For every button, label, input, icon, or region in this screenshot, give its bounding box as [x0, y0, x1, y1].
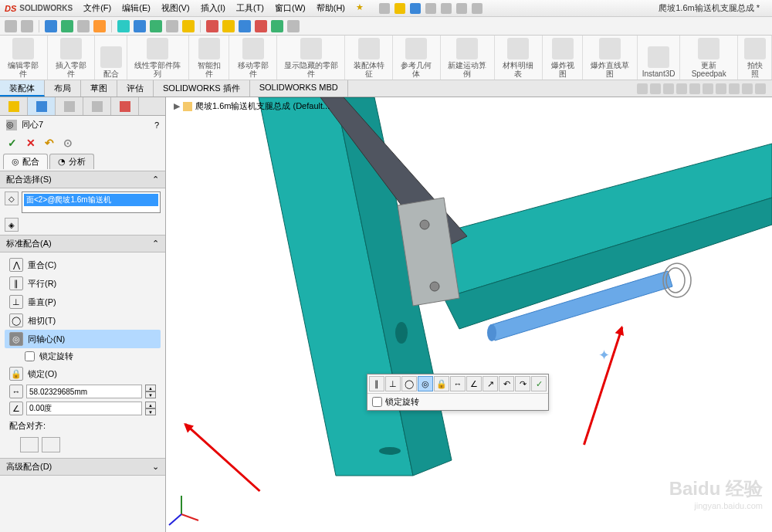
breadcrumb[interactable]: ▶ 爬坡1.6m输送机支腿总成 (Default...: [174, 100, 330, 112]
qat-icon-4[interactable]: [61, 20, 73, 32]
qat-icon-15[interactable]: [255, 20, 267, 32]
ctx-tangent[interactable]: ◯: [401, 376, 417, 391]
angle-spinner[interactable]: ▲▼: [145, 402, 156, 415]
print-icon[interactable]: [425, 3, 436, 14]
ribbon-insert-component[interactable]: 插入零部件: [48, 36, 96, 80]
view-icon[interactable]: [689, 83, 700, 94]
rebuild-icon[interactable]: [456, 3, 467, 14]
pm-tab-config[interactable]: [56, 97, 83, 115]
undo-button[interactable]: ↶: [43, 137, 56, 149]
pm-tab-property[interactable]: [28, 97, 56, 115]
selected-face[interactable]: 面<2>@爬坡1.6m输送机: [24, 194, 158, 206]
qat-icon-16[interactable]: [271, 20, 283, 32]
cancel-button[interactable]: ✕: [25, 137, 37, 149]
ribbon-exploded-view[interactable]: 爆炸视图: [543, 36, 584, 80]
ctx-lock[interactable]: 🔒: [434, 376, 449, 391]
ribbon-exploded-line[interactable]: 爆炸直线草图: [583, 36, 638, 80]
ctx-perpendicular[interactable]: ⊥: [385, 376, 401, 391]
selection-filter-icon[interactable]: ◇: [5, 191, 19, 205]
qat-icon-7[interactable]: [117, 20, 130, 32]
view-icon[interactable]: [716, 83, 726, 94]
ctx-lock-rotation-input[interactable]: [372, 397, 382, 407]
mate-perpendicular[interactable]: ⊥垂直(P): [5, 293, 161, 311]
distance-input[interactable]: [26, 385, 142, 398]
tab-sw-addins[interactable]: SOLIDWORKS 插件: [154, 80, 250, 97]
new-icon[interactable]: [379, 3, 390, 14]
menu-view[interactable]: 视图(V): [161, 2, 190, 14]
view-icon[interactable]: [663, 83, 674, 94]
pm-tab-tree[interactable]: [0, 97, 28, 115]
align-anti-button[interactable]: [42, 437, 60, 452]
menu-tools[interactable]: 工具(T): [236, 2, 264, 14]
lock-rotation-input[interactable]: [25, 351, 35, 361]
ctx-lock-rotation[interactable]: 锁定旋转: [367, 393, 548, 410]
view-icon[interactable]: [650, 83, 661, 94]
mate-concentric[interactable]: ◎同轴心(N): [5, 330, 161, 348]
qat-icon-17[interactable]: [287, 20, 300, 32]
pushpin-icon[interactable]: ⊙: [62, 137, 74, 149]
distance-spinner[interactable]: ▲▼: [145, 385, 156, 398]
pm-tab-appearance[interactable]: [111, 97, 139, 115]
qat-icon-1[interactable]: [5, 20, 17, 32]
view-icon[interactable]: [729, 83, 740, 94]
ribbon-motion-study[interactable]: 新建运动算例: [441, 36, 496, 80]
mate-coincident[interactable]: ⋀重合(C): [5, 256, 161, 274]
pm-tab-dim[interactable]: [83, 97, 111, 115]
ctx-concentric[interactable]: ◎: [418, 376, 433, 391]
section-mate-selection[interactable]: 配合选择(S)⌃: [0, 171, 165, 188]
ribbon-reference-geometry[interactable]: 参考几何体: [393, 36, 441, 80]
section-advanced-mates[interactable]: 高级配合(D)⌄: [0, 458, 165, 476]
qat-icon-13[interactable]: [222, 20, 235, 32]
ctx-undo[interactable]: ↶: [499, 376, 514, 391]
ribbon-smart-fastener[interactable]: 智能扣件: [189, 36, 230, 80]
angle-input[interactable]: [26, 402, 142, 415]
qat-icon-10[interactable]: [166, 20, 178, 32]
align-same-button[interactable]: [20, 437, 39, 452]
menu-edit[interactable]: 编辑(E): [122, 2, 151, 14]
tab-sw-mbd[interactable]: SOLIDWORKS MBD: [250, 80, 348, 97]
ribbon-move-component[interactable]: 移动零部件: [229, 36, 277, 80]
menu-window[interactable]: 窗口(W): [275, 2, 306, 14]
ok-button[interactable]: ✓: [6, 137, 19, 149]
ctx-flip[interactable]: ↗: [482, 376, 498, 391]
menu-help[interactable]: 帮助(H): [317, 2, 345, 14]
graphics-viewport[interactable]: ▶ 爬坡1.6m输送机支腿总成 (Default...: [166, 97, 772, 532]
view-icon[interactable]: [742, 83, 753, 94]
qat-icon-14[interactable]: [239, 20, 251, 32]
help-icon[interactable]: ?: [154, 120, 159, 130]
ribbon-show-hidden[interactable]: 显示隐藏的零部件: [277, 36, 345, 80]
qat-icon-2[interactable]: [21, 20, 33, 32]
qat-icon-9[interactable]: [150, 20, 162, 32]
ribbon-linear-pattern[interactable]: 线性零部件阵列: [127, 36, 188, 80]
ctx-distance[interactable]: ↔: [450, 376, 466, 391]
save-icon[interactable]: [410, 3, 421, 14]
qat-icon-12[interactable]: [206, 20, 218, 32]
multi-mate-icon[interactable]: ◈: [5, 218, 19, 232]
ribbon-mate[interactable]: 配合: [95, 36, 127, 80]
qat-icon-5[interactable]: [77, 20, 90, 32]
qat-icon-11[interactable]: [182, 20, 195, 32]
mate-lock[interactable]: 🔒锁定(O): [5, 364, 161, 383]
tab-evaluate[interactable]: 评估: [117, 80, 154, 97]
ribbon-snapshot[interactable]: 拍快照: [738, 36, 772, 80]
options-icon[interactable]: [472, 3, 482, 14]
ctx-ok[interactable]: ✓: [531, 376, 547, 391]
ribbon-edit-component[interactable]: 编辑零部件: [0, 36, 48, 80]
ribbon-speedpak[interactable]: 更新Speedpak: [680, 36, 738, 80]
menu-insert[interactable]: 插入(I): [201, 2, 225, 14]
mate-parallel[interactable]: ∥平行(R): [5, 274, 161, 293]
ribbon-instant3d[interactable]: Instant3D: [638, 36, 680, 80]
view-icon[interactable]: [755, 83, 766, 94]
qat-icon-3[interactable]: [45, 20, 57, 32]
ctx-parallel[interactable]: ∥: [369, 376, 384, 391]
ribbon-assembly-feature[interactable]: 装配体特征: [345, 36, 393, 80]
qat-icon-8[interactable]: [134, 20, 146, 32]
open-icon[interactable]: [394, 3, 405, 14]
view-icon[interactable]: [703, 83, 713, 94]
tab-assembly[interactable]: 装配体: [0, 80, 45, 97]
ribbon-bom[interactable]: 材料明细表: [495, 36, 543, 80]
tab-layout[interactable]: 布局: [45, 80, 81, 97]
ctx-angle[interactable]: ∠: [466, 376, 482, 391]
menu-star-icon[interactable]: ★: [356, 2, 364, 14]
subtab-mate[interactable]: ◎配合: [3, 154, 48, 169]
